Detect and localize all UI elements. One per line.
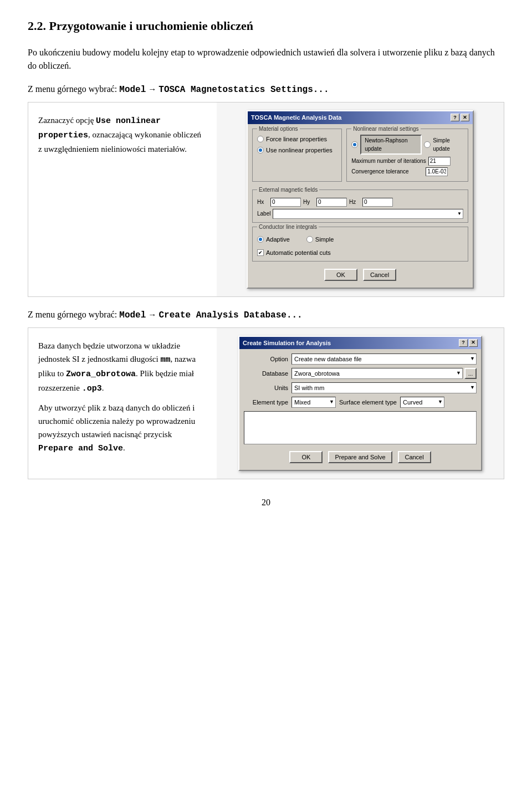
left1-text: Zaznaczyć opcję Use nonlinear properties… — [38, 114, 207, 156]
left2-p1: Baza danych będzie utworzona w układzie … — [38, 341, 180, 363]
left1-text1: Zaznaczyć opcję — [38, 116, 96, 125]
simple-radio-row: Simple — [306, 235, 334, 244]
database-combo[interactable]: Zwora_obrotowa ▼ — [291, 368, 463, 379]
auto-potential-checkbox[interactable]: ✔ — [257, 249, 264, 256]
material-options-title: Material options — [257, 125, 300, 133]
dialog1-buttons: OK Cancel — [252, 265, 468, 283]
hz-input[interactable] — [362, 198, 393, 207]
dialog2-close-button[interactable]: ✕ — [469, 339, 478, 347]
adaptive-radio[interactable] — [257, 236, 264, 243]
simple-update-radio[interactable] — [424, 141, 431, 148]
section-block-1: Zaznaczyć opcję Use nonlinear properties… — [28, 102, 504, 297]
dialog2-ok-button[interactable]: OK — [289, 451, 323, 463]
label-field-label: Label — [257, 209, 270, 218]
element-combo-arrow: ▼ — [329, 398, 334, 406]
newton-raphson-radio[interactable] — [351, 141, 358, 148]
dialog-title-sim: Create Simulation for Analysis — [243, 339, 331, 348]
dialog-titlebar-sim: Create Simulation for Analysis ? ✕ — [239, 337, 481, 350]
simple-update-label: Simple update — [433, 136, 463, 153]
option-label: Option — [244, 355, 288, 364]
left2-filename: Zwora_obrotowa — [66, 370, 136, 379]
adaptive-radio-row: Adaptive — [257, 235, 290, 244]
element-type-combo[interactable]: Mixed ▼ — [291, 397, 336, 408]
dialog1-cancel-button[interactable]: Cancel — [363, 269, 396, 281]
database-label: Database — [244, 369, 288, 378]
help-button[interactable]: ? — [451, 114, 459, 121]
hxyz-row: Hx Hy Hz — [257, 198, 463, 207]
hy-input[interactable] — [316, 198, 347, 207]
database-combo-arrow: ▼ — [456, 370, 461, 377]
dialog-titlebar-tosca: TOSCA Magnetic Analysis Data ? ✕ — [248, 111, 473, 124]
menu1-arrow: → — [148, 84, 156, 94]
dialog2-cancel-button[interactable]: Cancel — [398, 451, 431, 463]
conv-tol-label: Convergence tolerance — [351, 167, 423, 176]
menu-instruction-2: Z menu górnego wybrać: Model → Create An… — [28, 308, 504, 322]
left2-text2: Aby utworzyć plik z bazą danych do oblic… — [38, 401, 207, 455]
units-combo-arrow: ▼ — [470, 384, 475, 392]
adaptive-row: Adaptive Simple — [257, 235, 463, 247]
force-linear-radio[interactable] — [257, 136, 264, 142]
element-type-row: Element type Mixed ▼ Surface element typ… — [244, 397, 477, 408]
browse-button[interactable]: ... — [464, 368, 477, 379]
units-value: SI with mm — [294, 383, 324, 393]
right-col-1: TOSCA Magnetic Analysis Data ? ✕ Materia… — [217, 103, 504, 296]
right-col-2: Create Simulation for Analysis ? ✕ Optio… — [217, 328, 504, 479]
database-value: Zwora_obrotowa — [294, 369, 340, 378]
auto-potential-label: Automatic potential cuts — [266, 248, 331, 258]
adaptive-label: Adaptive — [266, 235, 290, 244]
conductor-group: Conductor line integrals Adaptive Simple… — [252, 227, 468, 262]
conv-tol-input[interactable] — [426, 167, 448, 176]
ext-fields-title: External magnetic fields — [257, 186, 319, 194]
newton-raphson-row: Newton-Raphson update Simple update — [351, 135, 463, 155]
dialog-title-tosca: TOSCA Magnetic Analysis Data — [251, 113, 341, 122]
dialog-tosca: TOSCA Magnetic Analysis Data ? ✕ Materia… — [247, 110, 474, 289]
nonlinear-settings-group: Nonlinear material settings Newton-Raphs… — [346, 129, 468, 182]
option-combo[interactable]: Create new database file ▼ — [291, 353, 477, 365]
dialog2-help-button[interactable]: ? — [459, 339, 468, 347]
units-row: Units SI with mm ▼ — [244, 382, 477, 393]
force-linear-radio-row: Force linear properties — [257, 135, 337, 144]
option-row: Option Create new database file ▼ — [244, 353, 477, 365]
auto-potential-row: ✔ Automatic potential cuts — [257, 248, 463, 258]
menu2-pre: Z menu górnego wybrać: — [28, 310, 117, 319]
surface-element-combo[interactable]: Curved ▼ — [400, 397, 444, 408]
use-nonlinear-radio[interactable] — [257, 147, 264, 153]
left2-btn: Prepare and Solve — [38, 444, 123, 453]
left-col-2: Baza danych będzie utworzona w układzie … — [28, 328, 217, 479]
intro-paragraph: Po ukończeniu budowy modelu kolejny etap… — [28, 46, 504, 73]
database-combo-with-btn: Zwora_obrotowa ▼ ... — [291, 368, 477, 379]
conv-tol-row: Convergence tolerance — [351, 167, 463, 176]
hz-label: Hz — [349, 198, 360, 206]
left2-text: Baza danych będzie utworzona w układzie … — [38, 339, 207, 396]
material-options-group: Material options Force linear properties… — [252, 129, 342, 182]
combo-arrow-label: ▼ — [457, 211, 462, 217]
max-iter-input[interactable] — [428, 157, 451, 166]
hx-input[interactable] — [270, 198, 301, 207]
dialog-content-sim: Option Create new database file ▼ Databa… — [239, 349, 481, 470]
surface-combo-arrow: ▼ — [438, 398, 443, 406]
units-combo[interactable]: SI with mm ▼ — [291, 382, 477, 393]
dialog-simulation: Create Simulation for Analysis ? ✕ Optio… — [238, 336, 482, 472]
newton-raphson-btn[interactable]: Newton-Raphson update — [360, 135, 422, 155]
simple-label: Simple — [315, 235, 334, 244]
label-row: Label ▼ — [257, 209, 463, 219]
close-button[interactable]: ✕ — [461, 114, 469, 121]
page-number: 20 — [28, 496, 504, 509]
simple-radio[interactable] — [306, 236, 313, 243]
menu2-arrow: → — [148, 310, 158, 319]
menu2-cmd: Model — [119, 310, 146, 320]
units-label: Units — [244, 383, 288, 393]
dialog-titlebar-buttons: ? ✕ — [451, 114, 469, 121]
dialog2-prepare-solve-button[interactable]: Prepare and Solve — [328, 451, 392, 463]
option-combo-arrow: ▼ — [470, 355, 475, 363]
menu1-rest: TOSCA Magnetostatics Settings... — [158, 85, 329, 95]
use-nonlinear-label: Use nonlinear properties — [266, 146, 332, 155]
option-value: Create new database file — [294, 355, 362, 364]
hy-label: Hy — [303, 198, 314, 206]
element-type-value: Mixed — [294, 398, 310, 407]
page-heading: 2.2. Przygotowanie i uruchomienie oblicz… — [28, 17, 504, 35]
label-combo[interactable]: ▼ — [273, 209, 463, 219]
surface-element-label: Surface element type — [339, 398, 397, 407]
dialog1-ok-button[interactable]: OK — [324, 269, 357, 281]
dialog2-titlebar-buttons: ? ✕ — [459, 339, 478, 347]
